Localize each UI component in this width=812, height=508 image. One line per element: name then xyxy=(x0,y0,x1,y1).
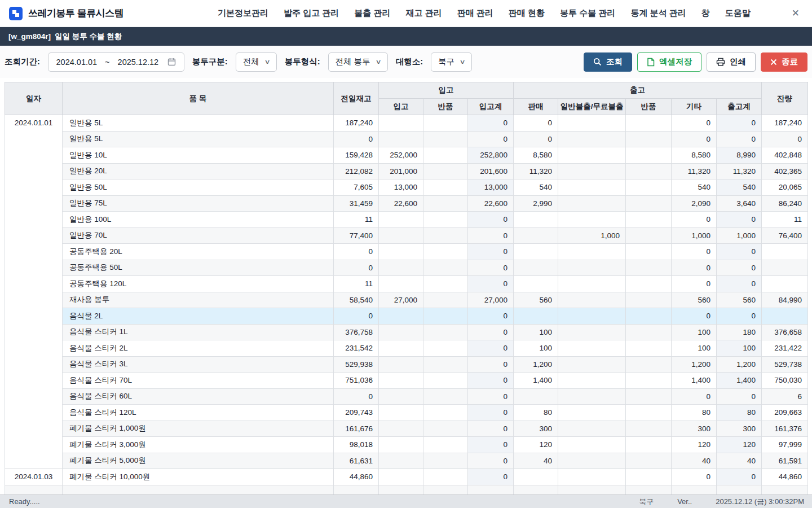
value-cell[interactable] xyxy=(558,131,626,147)
value-cell[interactable] xyxy=(558,373,626,389)
value-cell[interactable] xyxy=(514,469,558,485)
value-cell[interactable] xyxy=(558,340,626,357)
date-cell[interactable]: 2024.01.01 xyxy=(5,115,63,469)
value-cell[interactable]: 120 xyxy=(514,437,558,453)
table-row[interactable]: 폐기물 스티커 3,000원98,018012012012097,999 xyxy=(5,437,808,453)
value-cell[interactable] xyxy=(558,260,626,276)
value-cell[interactable]: 0 xyxy=(717,469,762,485)
value-cell[interactable] xyxy=(423,244,468,260)
value-cell[interactable] xyxy=(626,356,672,373)
search-button[interactable]: 조회 xyxy=(584,52,632,72)
value-cell[interactable] xyxy=(514,388,558,405)
value-cell[interactable] xyxy=(558,276,626,292)
value-cell[interactable]: 0 xyxy=(717,115,762,132)
value-cell[interactable]: 1,200 xyxy=(717,356,762,373)
value-cell[interactable]: 2,990 xyxy=(514,195,558,212)
col-header-general-free[interactable]: 일반불출/무료불출 xyxy=(558,99,626,115)
value-cell[interactable]: 0 xyxy=(717,308,762,325)
item-cell[interactable]: 일반용 70L xyxy=(63,227,334,244)
value-cell[interactable]: 0 xyxy=(717,212,762,228)
value-cell[interactable]: 402,365 xyxy=(762,163,808,179)
value-cell[interactable]: 22,600 xyxy=(468,195,514,212)
value-cell[interactable]: 61,591 xyxy=(762,453,808,469)
value-cell[interactable]: 159,428 xyxy=(334,147,379,164)
value-cell[interactable] xyxy=(626,115,672,132)
menu-item-bag-ledger[interactable]: 봉투 수불 관리 xyxy=(560,8,615,19)
menu-item-inventory[interactable]: 재고 관리 xyxy=(406,8,442,19)
value-cell[interactable] xyxy=(379,469,423,485)
value-cell[interactable] xyxy=(379,260,423,276)
value-cell[interactable] xyxy=(626,340,672,357)
value-cell[interactable]: 560 xyxy=(717,292,762,308)
value-cell[interactable]: 1,000 xyxy=(672,227,717,244)
value-cell[interactable] xyxy=(423,340,468,357)
col-header-sale[interactable]: 판매 xyxy=(514,99,558,115)
value-cell[interactable]: 13,000 xyxy=(468,179,514,196)
value-cell[interactable] xyxy=(558,308,626,325)
menu-item-help[interactable]: 도움말 xyxy=(725,8,751,19)
value-cell[interactable] xyxy=(379,212,423,228)
col-header-in-total[interactable]: 입고계 xyxy=(468,99,514,115)
table-row[interactable]: 일반용 5L000000 xyxy=(5,131,808,147)
value-cell[interactable]: 540 xyxy=(514,179,558,196)
value-cell[interactable] xyxy=(379,324,423,340)
value-cell[interactable]: 0 xyxy=(468,276,514,292)
value-cell[interactable] xyxy=(379,373,423,389)
value-cell[interactable] xyxy=(626,195,672,212)
value-cell[interactable]: 1,000 xyxy=(717,227,762,244)
calendar-icon[interactable] xyxy=(167,58,176,66)
value-cell[interactable]: 3,640 xyxy=(717,195,762,212)
value-cell[interactable]: 2,090 xyxy=(672,195,717,212)
value-cell[interactable]: 201,600 xyxy=(468,163,514,179)
item-cell[interactable]: 일반용 50L xyxy=(63,179,334,196)
date-cell[interactable]: 2024.01.03 xyxy=(5,469,63,485)
value-cell[interactable] xyxy=(626,453,672,469)
table-row[interactable]: 재사용 봉투58,54027,00027,00056056056084,990 xyxy=(5,292,808,308)
value-cell[interactable]: 0 xyxy=(468,405,514,421)
value-cell[interactable]: 209,663 xyxy=(762,405,808,421)
table-row[interactable]: 음식물 스티커 3L529,93801,2001,2001,200529,738 xyxy=(5,356,808,373)
item-cell[interactable]: 음식물 스티커 1L xyxy=(63,324,334,340)
period-from-value[interactable]: 2024.01.01 xyxy=(56,58,98,67)
value-cell[interactable] xyxy=(626,260,672,276)
value-cell[interactable] xyxy=(423,147,468,164)
value-cell[interactable] xyxy=(626,388,672,405)
value-cell[interactable]: 0 xyxy=(717,244,762,260)
value-cell[interactable] xyxy=(423,276,468,292)
value-cell[interactable]: 300 xyxy=(514,421,558,437)
table-row[interactable]: 음식물 2L0000 xyxy=(5,308,808,325)
value-cell[interactable] xyxy=(558,469,626,485)
value-cell[interactable]: 11,320 xyxy=(514,163,558,179)
value-cell[interactable]: 11 xyxy=(334,212,379,228)
value-cell[interactable] xyxy=(626,308,672,325)
value-cell[interactable] xyxy=(762,260,808,276)
item-cell[interactable]: 폐기물 스티커 10,000원 xyxy=(63,469,334,485)
value-cell[interactable] xyxy=(558,388,626,405)
table-row[interactable]: 폐기물 스티커 1,000원161,6760300300300161,376 xyxy=(5,421,808,437)
value-cell[interactable]: 44,860 xyxy=(762,469,808,485)
table-row[interactable]: 음식물 스티커 70L751,03601,4001,4001,400750,03… xyxy=(5,373,808,389)
value-cell[interactable] xyxy=(423,356,468,373)
value-cell[interactable]: 0 xyxy=(468,388,514,405)
value-cell[interactable]: 0 xyxy=(717,276,762,292)
value-cell[interactable] xyxy=(423,388,468,405)
value-cell[interactable]: 529,738 xyxy=(762,356,808,373)
value-cell[interactable] xyxy=(626,212,672,228)
value-cell[interactable]: 58,540 xyxy=(334,292,379,308)
value-cell[interactable]: 0 xyxy=(717,131,762,147)
value-cell[interactable]: 97,999 xyxy=(762,437,808,453)
value-cell[interactable] xyxy=(379,340,423,357)
window-close-icon[interactable]: ✕ xyxy=(792,7,800,19)
item-cell[interactable]: 폐기물 스티커 1,000원 xyxy=(63,421,334,437)
item-cell[interactable]: 공동주택용 50L xyxy=(63,260,334,276)
value-cell[interactable] xyxy=(514,276,558,292)
value-cell[interactable]: 1,200 xyxy=(672,356,717,373)
value-cell[interactable]: 161,676 xyxy=(334,421,379,437)
value-cell[interactable]: 86,240 xyxy=(762,195,808,212)
value-cell[interactable] xyxy=(514,227,558,244)
value-cell[interactable] xyxy=(423,227,468,244)
value-cell[interactable]: 540 xyxy=(717,179,762,196)
value-cell[interactable]: 1,400 xyxy=(717,373,762,389)
bag-format-select[interactable]: 전체 봉투 ∨ xyxy=(328,52,388,72)
value-cell[interactable]: 61,631 xyxy=(334,453,379,469)
